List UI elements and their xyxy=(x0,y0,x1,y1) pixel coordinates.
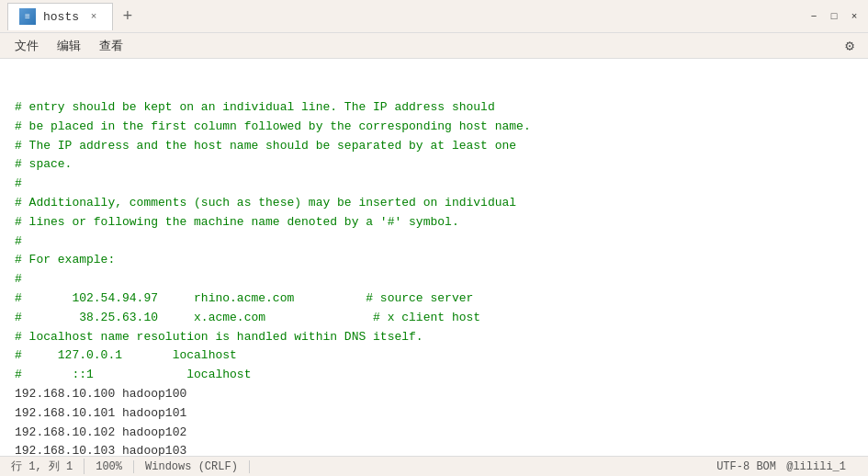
editor-line: # xyxy=(15,270,853,289)
file-tab-label: hosts xyxy=(43,10,79,24)
menu-items: 文件 编辑 查看 xyxy=(7,36,130,56)
editor-line: # be placed in the first column followed… xyxy=(15,118,853,137)
file-tab[interactable]: ≡ hosts × xyxy=(7,3,113,30)
window-controls: − □ × xyxy=(807,10,861,23)
editor-line: # Additionally, comments (such as these)… xyxy=(15,194,853,213)
editor-line: # For example: xyxy=(15,251,853,270)
close-window-button[interactable]: × xyxy=(848,10,861,23)
editor-line: # space. xyxy=(15,155,853,175)
zoom-level: 100% xyxy=(85,460,134,473)
menu-bar: 文件 编辑 查看 ⚙ xyxy=(0,33,868,59)
menu-file[interactable]: 文件 xyxy=(7,36,46,56)
tab-close-button[interactable]: × xyxy=(86,9,101,24)
maximize-button[interactable]: □ xyxy=(828,10,840,23)
menu-edit[interactable]: 编辑 xyxy=(50,36,88,56)
editor-line: # The IP address and the host name shoul… xyxy=(15,137,853,156)
minimize-button[interactable]: − xyxy=(807,10,820,23)
editor-line: # 127.0.0.1 localhost xyxy=(15,346,853,366)
editor-line: # localhost name resolution is handled w… xyxy=(15,328,853,347)
editor-line: # 38.25.63.10 x.acme.com # x client host xyxy=(15,309,853,328)
settings-icon[interactable]: ⚙ xyxy=(839,35,861,57)
editor-line: # xyxy=(15,175,853,194)
editor-line: # ::1 localhost xyxy=(15,366,853,385)
editor-container: # entry should be kept on an individual … xyxy=(0,59,868,456)
line-ending: Windows (CRLF) xyxy=(134,460,250,473)
file-tab-icon: ≡ xyxy=(19,8,36,25)
new-tab-button[interactable]: + xyxy=(115,4,141,29)
editor-line: # lines or following the machine name de… xyxy=(15,213,853,232)
tab-area: ≡ hosts × + xyxy=(7,3,807,30)
menu-view[interactable]: 查看 xyxy=(92,36,130,56)
editor-line: # 102.54.94.97 rhino.acme.com # source s… xyxy=(15,289,853,309)
editor-line: 192.168.10.103 hadoop103 xyxy=(15,442,853,456)
editor-line: 192.168.10.102 hadoop102 xyxy=(15,424,853,443)
title-bar: ≡ hosts × + − □ × xyxy=(0,0,868,33)
cursor-position: 行 1, 列 1 xyxy=(11,459,85,474)
status-bar: 行 1, 列 1 100% Windows (CRLF) UTF-8 BOM @… xyxy=(0,456,868,476)
editor-line: 192.168.10.100 hadoop100 xyxy=(15,385,853,404)
encoding: UTF-8 BOM @lilili_1 xyxy=(705,460,857,473)
editor-line: # entry should be kept on an individual … xyxy=(15,98,853,118)
editor-line: # xyxy=(15,232,853,252)
editor-line: 192.168.10.101 hadoop101 xyxy=(15,404,853,424)
editor-content[interactable]: # entry should be kept on an individual … xyxy=(0,59,868,456)
